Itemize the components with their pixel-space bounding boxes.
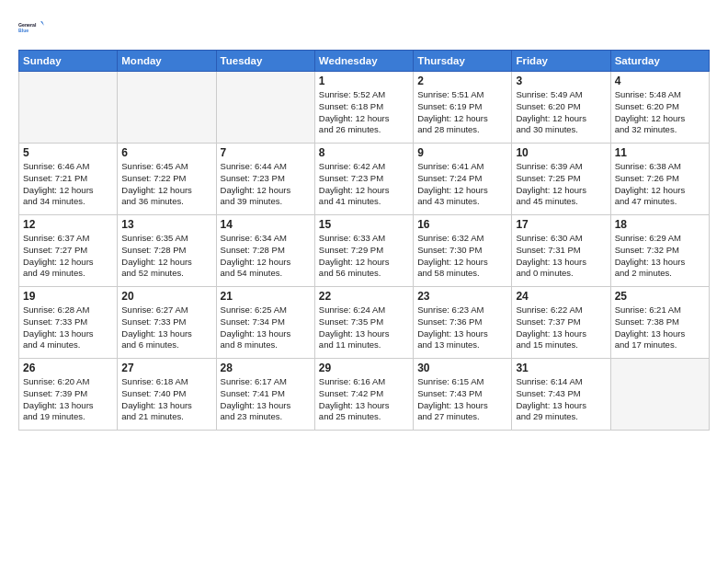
svg-text:Blue: Blue: [18, 28, 28, 33]
calendar-cell: 8Sunrise: 6:42 AM Sunset: 7:23 PM Daylig…: [314, 144, 413, 215]
svg-marker-2: [40, 21, 44, 26]
calendar-cell: 14Sunrise: 6:34 AM Sunset: 7:28 PM Dayli…: [216, 215, 314, 287]
calendar-cell: 20Sunrise: 6:27 AM Sunset: 7:33 PM Dayli…: [118, 287, 216, 359]
weekday-header-wednesday: Wednesday: [314, 51, 413, 72]
weekday-header-saturday: Saturday: [610, 51, 709, 72]
calendar-cell: 11Sunrise: 6:38 AM Sunset: 7:26 PM Dayli…: [610, 144, 709, 215]
calendar-cell: 31Sunrise: 6:14 AM Sunset: 7:43 PM Dayli…: [512, 359, 610, 431]
calendar-cell: 13Sunrise: 6:35 AM Sunset: 7:28 PM Dayli…: [118, 215, 216, 287]
day-info: Sunrise: 6:23 AM Sunset: 7:36 PM Dayligh…: [417, 304, 507, 351]
day-info: Sunrise: 6:41 AM Sunset: 7:24 PM Dayligh…: [417, 161, 507, 208]
calendar-cell: 1Sunrise: 5:52 AM Sunset: 6:18 PM Daylig…: [314, 72, 413, 144]
day-number: 18: [615, 218, 705, 231]
calendar-cell: 17Sunrise: 6:30 AM Sunset: 7:31 PM Dayli…: [512, 215, 610, 287]
calendar-cell: 27Sunrise: 6:18 AM Sunset: 7:40 PM Dayli…: [118, 359, 216, 431]
day-number: 25: [615, 290, 705, 303]
calendar-cell: 28Sunrise: 6:17 AM Sunset: 7:41 PM Dayli…: [216, 359, 314, 431]
day-info: Sunrise: 5:48 AM Sunset: 6:20 PM Dayligh…: [615, 89, 705, 136]
calendar-cell: 2Sunrise: 5:51 AM Sunset: 6:19 PM Daylig…: [414, 72, 512, 144]
calendar-cell: [216, 72, 314, 144]
calendar-cell: 10Sunrise: 6:39 AM Sunset: 7:25 PM Dayli…: [512, 144, 610, 215]
day-number: 15: [319, 218, 409, 231]
weekday-header-sunday: Sunday: [19, 51, 118, 72]
day-number: 8: [319, 146, 409, 159]
day-number: 3: [516, 75, 606, 87]
calendar-cell: [118, 72, 216, 144]
calendar-cell: 5Sunrise: 6:46 AM Sunset: 7:21 PM Daylig…: [19, 144, 118, 215]
calendar-cell: 4Sunrise: 5:48 AM Sunset: 6:20 PM Daylig…: [610, 72, 709, 144]
calendar-cell: 21Sunrise: 6:25 AM Sunset: 7:34 PM Dayli…: [216, 287, 314, 359]
day-info: Sunrise: 6:24 AM Sunset: 7:35 PM Dayligh…: [319, 304, 409, 351]
page-header: GeneralBlue: [18, 15, 710, 40]
calendar-cell: 19Sunrise: 6:28 AM Sunset: 7:33 PM Dayli…: [19, 287, 118, 359]
calendar-cell: 7Sunrise: 6:44 AM Sunset: 7:23 PM Daylig…: [216, 144, 314, 215]
day-number: 7: [221, 146, 311, 159]
calendar-cell: 26Sunrise: 6:20 AM Sunset: 7:39 PM Dayli…: [19, 359, 118, 431]
calendar-cell: 24Sunrise: 6:22 AM Sunset: 7:37 PM Dayli…: [512, 287, 610, 359]
day-number: 31: [516, 362, 606, 374]
weekday-header-monday: Monday: [118, 51, 216, 72]
calendar-cell: 25Sunrise: 6:21 AM Sunset: 7:38 PM Dayli…: [610, 287, 709, 359]
weekday-header-tuesday: Tuesday: [216, 51, 314, 72]
day-info: Sunrise: 6:20 AM Sunset: 7:39 PM Dayligh…: [23, 376, 113, 423]
day-info: Sunrise: 6:44 AM Sunset: 7:23 PM Dayligh…: [221, 161, 311, 208]
day-number: 14: [221, 218, 311, 231]
day-info: Sunrise: 6:38 AM Sunset: 7:26 PM Dayligh…: [615, 161, 705, 208]
day-number: 27: [121, 362, 211, 374]
day-number: 19: [23, 290, 113, 303]
day-info: Sunrise: 5:49 AM Sunset: 6:20 PM Dayligh…: [516, 89, 606, 136]
day-info: Sunrise: 6:27 AM Sunset: 7:33 PM Dayligh…: [121, 304, 211, 351]
calendar-cell: 23Sunrise: 6:23 AM Sunset: 7:36 PM Dayli…: [414, 287, 512, 359]
day-info: Sunrise: 6:37 AM Sunset: 7:27 PM Dayligh…: [23, 233, 113, 280]
day-info: Sunrise: 6:21 AM Sunset: 7:38 PM Dayligh…: [615, 304, 705, 351]
calendar-table: SundayMondayTuesdayWednesdayThursdayFrid…: [18, 50, 710, 431]
day-info: Sunrise: 6:29 AM Sunset: 7:32 PM Dayligh…: [615, 233, 705, 280]
day-number: 23: [417, 290, 507, 303]
day-number: 6: [121, 146, 211, 159]
day-number: 17: [516, 218, 606, 231]
day-number: 12: [23, 218, 113, 231]
weekday-header-thursday: Thursday: [414, 51, 512, 72]
calendar-cell: 16Sunrise: 6:32 AM Sunset: 7:30 PM Dayli…: [414, 215, 512, 287]
calendar-cell: 22Sunrise: 6:24 AM Sunset: 7:35 PM Dayli…: [314, 287, 413, 359]
day-number: 10: [516, 146, 606, 159]
day-number: 28: [221, 362, 311, 374]
day-number: 24: [516, 290, 606, 303]
calendar-cell: [19, 72, 118, 144]
day-info: Sunrise: 6:16 AM Sunset: 7:42 PM Dayligh…: [319, 376, 409, 423]
day-info: Sunrise: 6:18 AM Sunset: 7:40 PM Dayligh…: [121, 376, 211, 423]
calendar-cell: 9Sunrise: 6:41 AM Sunset: 7:24 PM Daylig…: [414, 144, 512, 215]
day-number: 13: [121, 218, 211, 231]
logo: GeneralBlue: [18, 15, 44, 40]
day-info: Sunrise: 6:35 AM Sunset: 7:28 PM Dayligh…: [121, 233, 211, 280]
day-info: Sunrise: 6:34 AM Sunset: 7:28 PM Dayligh…: [221, 233, 311, 280]
day-info: Sunrise: 6:15 AM Sunset: 7:43 PM Dayligh…: [417, 376, 507, 423]
calendar-cell: 3Sunrise: 5:49 AM Sunset: 6:20 PM Daylig…: [512, 72, 610, 144]
day-number: 26: [23, 362, 113, 374]
day-number: 22: [319, 290, 409, 303]
calendar-cell: 30Sunrise: 6:15 AM Sunset: 7:43 PM Dayli…: [414, 359, 512, 431]
day-info: Sunrise: 6:33 AM Sunset: 7:29 PM Dayligh…: [319, 233, 409, 280]
day-info: Sunrise: 6:22 AM Sunset: 7:37 PM Dayligh…: [516, 304, 606, 351]
day-info: Sunrise: 6:30 AM Sunset: 7:31 PM Dayligh…: [516, 233, 606, 280]
day-info: Sunrise: 6:14 AM Sunset: 7:43 PM Dayligh…: [516, 376, 606, 423]
svg-text:General: General: [18, 22, 37, 28]
day-info: Sunrise: 6:32 AM Sunset: 7:30 PM Dayligh…: [417, 233, 507, 280]
day-number: 11: [615, 146, 705, 159]
day-info: Sunrise: 6:28 AM Sunset: 7:33 PM Dayligh…: [23, 304, 113, 351]
calendar-cell: 18Sunrise: 6:29 AM Sunset: 7:32 PM Dayli…: [610, 215, 709, 287]
calendar-cell: 6Sunrise: 6:45 AM Sunset: 7:22 PM Daylig…: [118, 144, 216, 215]
day-number: 9: [417, 146, 507, 159]
calendar-cell: 15Sunrise: 6:33 AM Sunset: 7:29 PM Dayli…: [314, 215, 413, 287]
day-info: Sunrise: 5:52 AM Sunset: 6:18 PM Dayligh…: [319, 89, 409, 136]
day-number: 5: [23, 146, 113, 159]
day-number: 4: [615, 75, 705, 87]
calendar-cell: [610, 359, 709, 431]
day-number: 21: [221, 290, 311, 303]
day-info: Sunrise: 6:46 AM Sunset: 7:21 PM Dayligh…: [23, 161, 113, 208]
day-number: 30: [417, 362, 507, 374]
day-number: 29: [319, 362, 409, 374]
day-info: Sunrise: 5:51 AM Sunset: 6:19 PM Dayligh…: [417, 89, 507, 136]
weekday-header-friday: Friday: [512, 51, 610, 72]
day-info: Sunrise: 6:39 AM Sunset: 7:25 PM Dayligh…: [516, 161, 606, 208]
